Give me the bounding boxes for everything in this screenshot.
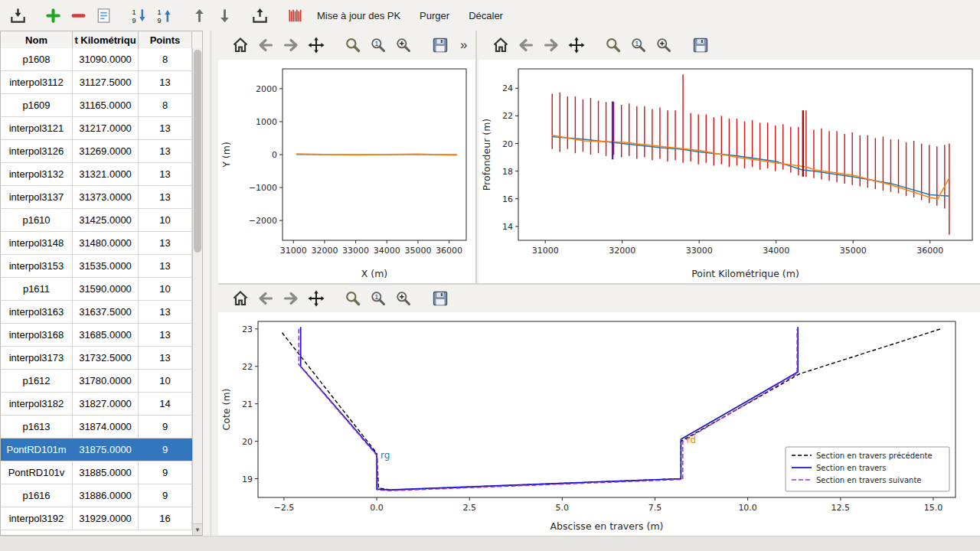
save-button[interactable] — [429, 34, 452, 57]
cell-points: 9 — [139, 461, 192, 484]
svg-text:rd: rd — [687, 435, 696, 445]
cell-pk: 31321.0000 — [73, 163, 139, 185]
forward-button[interactable] — [279, 287, 302, 310]
table-row[interactable]: p161131590.000010 — [1, 278, 192, 301]
table-row[interactable]: interpol312631269.000013 — [1, 140, 192, 163]
scrollbar-thumb[interactable] — [194, 50, 201, 253]
table-row[interactable]: interpol313231321.000013 — [1, 163, 192, 186]
table-row[interactable]: interpol318231827.000014 — [1, 393, 192, 416]
sort-ascending-button[interactable]: 19 — [154, 5, 174, 25]
table-row[interactable]: p161031425.000010 — [1, 209, 192, 232]
table-row[interactable]: p161331874.00009 — [1, 416, 192, 439]
svg-text:33000: 33000 — [686, 246, 713, 256]
svg-text:1: 1 — [132, 8, 136, 16]
table-row[interactable]: interpol316831685.000013 — [1, 324, 192, 347]
pan-button[interactable] — [305, 34, 328, 57]
forward-button[interactable] — [279, 34, 302, 57]
svg-text:33000: 33000 — [342, 246, 369, 256]
svg-text:14: 14 — [502, 222, 513, 232]
table-row[interactable]: PontRD101v31885.00009 — [1, 461, 192, 484]
column-header-nom[interactable]: Nom — [1, 31, 73, 48]
table-row[interactable]: interpol316331637.500013 — [1, 301, 192, 324]
back-button[interactable] — [254, 287, 277, 310]
zoom-rect-button[interactable] — [652, 34, 675, 57]
table-row[interactable]: interpol312131217.000013 — [1, 117, 192, 140]
zoom-original-button[interactable]: 1 — [367, 287, 390, 310]
plan-view-toolbar: 1» — [218, 31, 475, 60]
import-button[interactable] — [8, 5, 28, 25]
svg-text:32000: 32000 — [311, 246, 338, 256]
menu-decaler[interactable]: Décaler — [462, 6, 510, 25]
svg-text:Abscisse en travers (m): Abscisse en travers (m) — [550, 520, 664, 532]
sort-descending-button[interactable]: 19 — [129, 5, 149, 25]
back-icon — [517, 36, 535, 54]
table-scrollbar[interactable]: ▼ — [192, 48, 202, 535]
form-button[interactable] — [93, 5, 113, 25]
table-row[interactable]: interpol311231127.500013 — [1, 71, 192, 94]
save-button[interactable] — [429, 287, 452, 310]
zoom-button[interactable] — [341, 287, 364, 310]
save-button[interactable] — [689, 34, 712, 57]
save-icon — [431, 36, 449, 54]
cross-section-canvas[interactable]: −2.50.02.55.07.510.012.515.01920212223rg… — [218, 312, 980, 536]
pk-sections-icon — [286, 7, 304, 24]
menu-purger[interactable]: Purger — [413, 6, 456, 25]
panel-splitter-vertical[interactable] — [211, 31, 211, 536]
back-button[interactable] — [254, 34, 277, 57]
svg-text:7.5: 7.5 — [648, 503, 662, 513]
forward-icon — [282, 289, 300, 308]
toolbar-overflow-button[interactable]: » — [460, 37, 467, 53]
cell-pk: 31090.0000 — [73, 48, 139, 70]
svg-text:24: 24 — [502, 83, 513, 93]
svg-text:5.0: 5.0 — [556, 503, 570, 513]
cell-points: 13 — [139, 232, 192, 254]
zoom-button[interactable] — [602, 34, 625, 57]
table-row[interactable]: interpol319231929.000016 — [1, 507, 192, 530]
add-button[interactable] — [43, 5, 63, 25]
forward-button[interactable] — [540, 34, 563, 57]
table-row[interactable]: PontRD101m31875.00009 — [1, 439, 192, 461]
cell-nom: p1608 — [1, 48, 73, 70]
home-button[interactable] — [489, 34, 512, 57]
move-up-button[interactable] — [189, 5, 209, 25]
export-button[interactable] — [250, 5, 270, 25]
table-row[interactable]: p160931165.00008 — [1, 94, 192, 117]
plan-view-canvas[interactable]: 310003200033000340003500036000−2000−1000… — [218, 60, 475, 283]
table-row[interactable]: p161231780.000010 — [1, 370, 192, 393]
table-row[interactable]: interpol317331732.500013 — [1, 347, 192, 370]
zoom-button[interactable] — [341, 34, 364, 57]
table-row[interactable]: p160831090.00008 — [1, 48, 192, 71]
zoom-original-button[interactable]: 1 — [367, 34, 390, 57]
column-header-points[interactable]: Points — [139, 31, 192, 48]
cell-points: 14 — [139, 393, 192, 415]
forward-icon — [542, 36, 560, 54]
table-row[interactable]: interpol314831480.000013 — [1, 232, 192, 255]
zoom-rect-button[interactable] — [392, 287, 415, 310]
column-header-pk[interactable]: t Kilométriqu — [73, 31, 139, 48]
remove-button[interactable] — [68, 5, 88, 25]
home-button[interactable] — [229, 34, 252, 57]
home-icon — [231, 36, 250, 54]
pan-button[interactable] — [305, 287, 328, 310]
table-row[interactable]: interpol315331535.000013 — [1, 255, 192, 278]
cell-points: 13 — [139, 301, 192, 323]
plot-splitter-vertical[interactable] — [475, 31, 477, 284]
move-down-button[interactable] — [214, 5, 234, 25]
table-row[interactable]: interpol313731373.000013 — [1, 186, 192, 209]
pk-sections-button[interactable] — [285, 5, 305, 25]
cell-points: 8 — [139, 94, 192, 116]
svg-text:1: 1 — [635, 40, 639, 47]
svg-text:35000: 35000 — [404, 246, 431, 256]
menu-mise-a-jour-pk[interactable]: Mise à jour des PK — [310, 6, 407, 25]
table-row[interactable]: p161631886.00009 — [1, 484, 192, 507]
profile-canvas[interactable]: 3100032000330003400035000360001416182022… — [479, 60, 980, 283]
pan-button[interactable] — [565, 34, 588, 57]
home-button[interactable] — [229, 287, 252, 310]
zoom-original-button[interactable]: 1 — [627, 34, 650, 57]
cell-points: 9 — [139, 484, 192, 507]
scrollbar-down-button[interactable]: ▼ — [193, 523, 202, 535]
back-button[interactable] — [514, 34, 537, 57]
zoom-rect-button[interactable] — [392, 34, 415, 57]
sort-descending-icon: 19 — [130, 7, 148, 24]
cell-nom: interpol3173 — [1, 347, 73, 369]
